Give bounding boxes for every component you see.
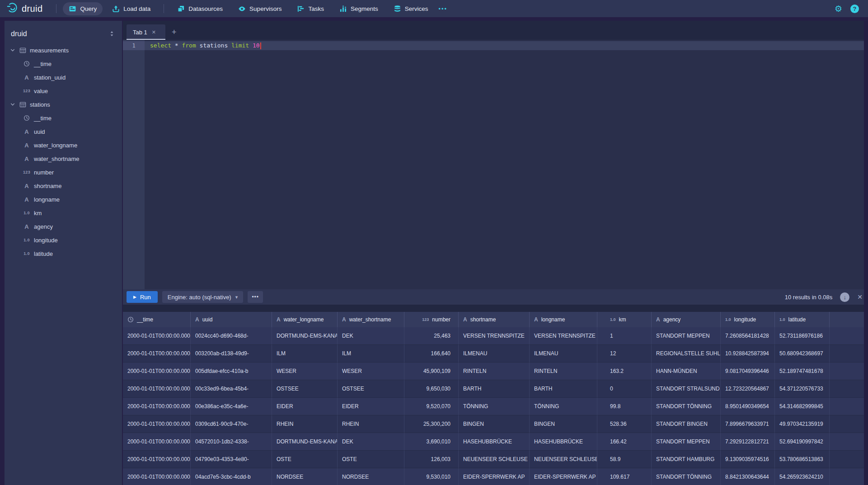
table-cell-latitude[interactable]: 52.731186976186 (775, 327, 830, 345)
table-cell-latitude[interactable]: 52.189747481678 (775, 363, 830, 380)
table-cell-water_longname[interactable]: OSTSEE (272, 380, 338, 398)
close-results-icon[interactable]: ✕ (857, 293, 863, 301)
table-cell-agency[interactable]: STANDORT STRALSUND (652, 380, 721, 398)
schema-title[interactable]: druid (11, 30, 27, 38)
table-cell-longitude[interactable]: 12.723220564867 (721, 380, 775, 398)
table-cell-km[interactable]: 109.617 (597, 468, 652, 485)
table-cell-__time[interactable]: 2000-01-01T00:00:00.000Z (123, 451, 191, 468)
table-cell-agency[interactable]: STANDORT MEPPEN (652, 433, 721, 451)
table-cell-__time[interactable]: 2000-01-01T00:00:00.000Z (123, 363, 191, 380)
table-cell-uuid[interactable]: 04572010-1db2-4338- (191, 433, 272, 451)
table-cell-number[interactable]: 45,900,109 (404, 363, 459, 380)
tree-column-number[interactable]: 123number (5, 165, 122, 179)
table-cell-water_longname[interactable]: WESER (272, 363, 338, 380)
table-cell-longitude[interactable]: 7.2608564181428 (721, 327, 775, 345)
column-header-latitude[interactable]: 1.0latitude (775, 312, 830, 327)
table-cell-latitude[interactable]: 54.371220576733 (775, 380, 830, 398)
table-cell-water_longname[interactable]: RHEIN (272, 415, 338, 433)
table-cell-number[interactable]: 9,530,010 (404, 468, 459, 485)
sort-columns-icon[interactable] (108, 30, 116, 38)
tree-column-longname[interactable]: Alongname (5, 193, 122, 206)
table-cell-shortname[interactable]: RINTELN (459, 363, 530, 380)
table-cell-km[interactable]: 166.42 (597, 433, 652, 451)
table-cell-agency[interactable]: STANDORT BINGEN (652, 415, 721, 433)
column-header-km[interactable]: 1.0km (597, 312, 652, 327)
tree-table-stations[interactable]: stations (5, 98, 122, 111)
table-cell-water_shortname[interactable]: EIDER (338, 398, 404, 415)
tree-column-agency[interactable]: Aagency (5, 220, 122, 233)
table-cell-longname[interactable]: ILMENAU (530, 345, 597, 363)
table-cell-shortname[interactable]: TÖNNING (459, 398, 530, 415)
table-cell-uuid[interactable]: 0024cc40-d690-468d- (191, 327, 272, 345)
table-cell-agency[interactable]: REGIONALSTELLE SUHL (652, 345, 721, 363)
column-header-water_shortname[interactable]: Awater_shortname (338, 312, 404, 327)
table-cell-longname[interactable]: HASEHUBBRÜCKE (530, 433, 597, 451)
table-cell-__time[interactable]: 2000-01-01T00:00:00.000Z (123, 398, 191, 415)
column-header-number[interactable]: 123number (404, 312, 459, 327)
table-cell-shortname[interactable]: VERSEN TRENNSPITZE (459, 327, 530, 345)
table-cell-water_shortname[interactable]: WESER (338, 363, 404, 380)
scrollbar-track[interactable] (864, 21, 868, 485)
table-cell-latitude[interactable]: 54.314682999845 (775, 398, 830, 415)
table-cell-number[interactable]: 9,650,030 (404, 380, 459, 398)
table-cell-uuid[interactable]: 00c33ed9-6bea-45b4- (191, 380, 272, 398)
column-header-longname[interactable]: Alongname (530, 312, 597, 327)
tree-column-uuid[interactable]: Auuid (5, 125, 122, 138)
table-cell-latitude[interactable]: 53.780686513863 (775, 451, 830, 468)
table-cell-number[interactable]: 166,640 (404, 345, 459, 363)
table-cell-agency[interactable]: STANDORT TÖNNING (652, 468, 721, 485)
table-cell-uuid[interactable]: 04acd7e5-3cbc-4cdd-b (191, 468, 272, 485)
nav-item-tasks[interactable]: Tasks (291, 2, 330, 15)
nav-more-button[interactable]: ••• (434, 3, 452, 15)
help-icon[interactable]: ? (850, 5, 859, 13)
nav-item-query[interactable]: Query (63, 2, 103, 15)
table-cell-number[interactable]: 25,300,200 (404, 415, 459, 433)
tree-column-__time[interactable]: __time (5, 57, 122, 71)
tree-column-longitude[interactable]: 1.0longitude (5, 233, 122, 247)
table-cell-water_longname[interactable]: ILM (272, 345, 338, 363)
table-cell-latitude[interactable]: 49.970342135919 (775, 415, 830, 433)
table-cell-uuid[interactable]: 04790e03-4353-4e80- (191, 451, 272, 468)
tree-column-km[interactable]: 1.0km (5, 206, 122, 220)
download-results-icon[interactable]: ↓ (840, 292, 849, 302)
nav-item-services[interactable]: Services (388, 2, 434, 15)
tree-column-value[interactable]: 123value (5, 84, 122, 98)
table-cell-latitude[interactable]: 50.680942368697 (775, 345, 830, 363)
table-cell-water_shortname[interactable]: DEK (338, 327, 404, 345)
nav-item-segments[interactable]: Segments (333, 2, 384, 15)
druid-logo[interactable]: druid (6, 2, 42, 15)
table-cell-longitude[interactable]: 10.928842587394 (721, 345, 775, 363)
column-header-water_longname[interactable]: Awater_longname (272, 312, 338, 327)
table-cell-number[interactable]: 126,003 (404, 451, 459, 468)
table-cell-km[interactable]: 58.9 (597, 451, 652, 468)
table-cell-km[interactable]: 1 (597, 327, 652, 345)
column-header-shortname[interactable]: Ashortname (459, 312, 530, 327)
table-cell-longname[interactable]: BINGEN (530, 415, 597, 433)
table-cell-shortname[interactable]: EIDER-SPERRWERK AP (459, 468, 530, 485)
table-cell-shortname[interactable]: HASEHUBBRÜCKE (459, 433, 530, 451)
table-cell-km[interactable]: 528.36 (597, 415, 652, 433)
table-cell-longname[interactable]: TÖNNING (530, 398, 597, 415)
column-header-uuid[interactable]: Auuid (191, 312, 272, 327)
table-cell-agency[interactable]: STANDORT TÖNNING (652, 398, 721, 415)
table-cell-shortname[interactable]: NEUENSEER SCHLEUSE (459, 451, 530, 468)
table-cell-latitude[interactable]: 54.265923624210 (775, 468, 830, 485)
table-cell-uuid[interactable]: 0309cd61-90c9-470e- (191, 415, 272, 433)
table-cell-km[interactable]: 12 (597, 345, 652, 363)
tree-column-latitude[interactable]: 1.0latitude (5, 247, 122, 260)
table-cell-__time[interactable]: 2000-01-01T00:00:00.000Z (123, 433, 191, 451)
tab-close-icon[interactable]: ✕ (152, 29, 156, 35)
table-cell-water_longname[interactable]: DORTMUND-EMS-KANAL (272, 327, 338, 345)
table-cell-longitude[interactable]: 7.2929122812721 (721, 433, 775, 451)
table-cell-water_shortname[interactable]: NORDSEE (338, 468, 404, 485)
tree-column-water_longname[interactable]: Awater_longname (5, 138, 122, 152)
table-cell-km[interactable]: 163.2 (597, 363, 652, 380)
table-cell-longname[interactable]: BARTH (530, 380, 597, 398)
table-cell-number[interactable]: 3,690,010 (404, 433, 459, 451)
table-cell-agency[interactable]: STANDORT HAMBURG (652, 451, 721, 468)
column-header-agency[interactable]: Aagency (652, 312, 721, 327)
table-cell-water_shortname[interactable]: ILM (338, 345, 404, 363)
table-cell-water_shortname[interactable]: DEK (338, 433, 404, 451)
tab-1[interactable]: Tab 1 ✕ (127, 24, 165, 40)
table-cell-water_longname[interactable]: NORDSEE (272, 468, 338, 485)
